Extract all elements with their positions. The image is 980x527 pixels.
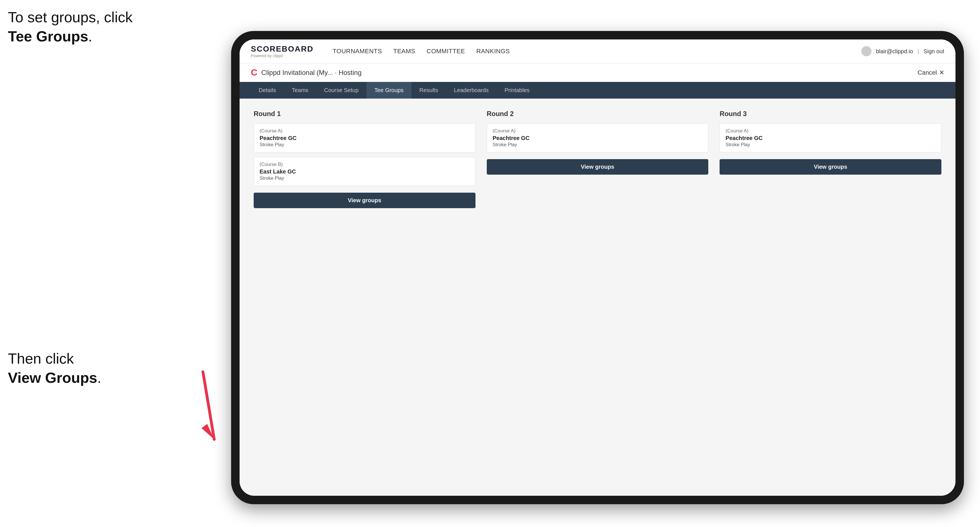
round-1-course-a-name: Peachtree GC: [259, 135, 469, 141]
round-2-course-a-name: Peachtree GC: [493, 135, 703, 141]
round-1-course-b-label: (Course B): [259, 162, 469, 167]
top-nav: SCOREBOARD Powered by clippit TOURNAMENT…: [240, 40, 956, 63]
tab-course-setup[interactable]: Course Setup: [316, 82, 366, 98]
round-2-column: Round 2 (Course A) Peachtree GC Stroke P…: [487, 110, 709, 208]
svg-line-2: [203, 372, 214, 440]
sign-out-link[interactable]: Sign out: [924, 48, 944, 55]
round-1-title: Round 1: [254, 110, 476, 118]
logo-area: SCOREBOARD Powered by clippit: [251, 44, 313, 58]
round-1-course-a-label: (Course A): [259, 128, 469, 134]
tournament-name: Clippd Invitational (My... · Hosting: [261, 69, 918, 76]
logo-text: SCOREBOARD: [251, 44, 313, 54]
tab-tee-groups[interactable]: Tee Groups: [366, 82, 411, 98]
round-2-course-a-format: Stroke Play: [493, 142, 703, 148]
tab-results[interactable]: Results: [412, 82, 446, 98]
logo-scoreboard: SCOREBOARD: [251, 44, 313, 53]
round-2-title: Round 2: [487, 110, 709, 118]
nav-tournaments[interactable]: TOURNAMENTS: [332, 48, 382, 55]
round-1-course-b-card: (Course B) East Lake GC Stroke Play: [254, 157, 476, 186]
nav-rankings[interactable]: RANKINGS: [476, 48, 510, 55]
round-2-view-groups-button[interactable]: View groups: [487, 159, 709, 175]
cancel-x-icon[interactable]: ✕: [939, 69, 944, 76]
round-3-course-a-format: Stroke Play: [725, 142, 935, 148]
tab-printables[interactable]: Printables: [496, 82, 538, 98]
tournament-c-logo: C: [251, 67, 257, 78]
round-3-column: Round 3 (Course A) Peachtree GC Stroke P…: [719, 110, 942, 208]
tab-bar: Details Teams Course Setup Tee Groups Re…: [240, 82, 956, 98]
round-2-course-a-card: (Course A) Peachtree GC Stroke Play: [487, 123, 709, 152]
round-3-course-a-name: Peachtree GC: [725, 135, 935, 141]
tab-details[interactable]: Details: [251, 82, 284, 98]
avatar: [861, 46, 872, 56]
round-1-column: Round 1 (Course A) Peachtree GC Stroke P…: [254, 110, 476, 208]
round-3-course-a-label: (Course A): [725, 128, 935, 134]
nav-committee[interactable]: COMMITTEE: [427, 48, 465, 55]
round-3-view-groups-button[interactable]: View groups: [719, 159, 942, 175]
round-1-view-groups-button[interactable]: View groups: [254, 193, 476, 208]
svg-marker-3: [202, 424, 214, 440]
nav-links: TOURNAMENTS TEAMS COMMITTEE RANKINGS: [332, 48, 848, 55]
arrow-view-groups: [118, 355, 220, 456]
nav-right: blair@clippd.io | Sign out: [861, 46, 944, 56]
round-1-course-b-format: Stroke Play: [259, 176, 469, 181]
round-1-course-a-card: (Course A) Peachtree GC Stroke Play: [254, 123, 476, 152]
tournament-header: C Clippd Invitational (My... · Hosting C…: [240, 63, 956, 82]
nav-teams[interactable]: TEAMS: [393, 48, 415, 55]
round-2-course-a-label: (Course A): [493, 128, 703, 134]
round-1-course-a-format: Stroke Play: [259, 142, 469, 148]
tablet-frame: SCOREBOARD Powered by clippit TOURNAMENT…: [231, 31, 964, 504]
cancel-button[interactable]: Cancel: [918, 69, 937, 76]
rounds-container: Round 1 (Course A) Peachtree GC Stroke P…: [254, 110, 942, 208]
instruction-bottom: Then click View Groups.: [8, 349, 101, 387]
round-3-title: Round 3: [719, 110, 942, 118]
logo-sub: Powered by clippit: [251, 54, 313, 58]
tab-leaderboards[interactable]: Leaderboards: [446, 82, 496, 98]
user-email: blair@clippd.io: [876, 48, 913, 55]
round-1-course-b-name: East Lake GC: [259, 168, 469, 175]
tablet-screen: SCOREBOARD Powered by clippit TOURNAMENT…: [240, 40, 956, 496]
tab-teams[interactable]: Teams: [284, 82, 316, 98]
main-content: Round 1 (Course A) Peachtree GC Stroke P…: [240, 98, 956, 496]
round-3-course-a-card: (Course A) Peachtree GC Stroke Play: [719, 123, 942, 152]
instruction-top: To set groups, click Tee Groups.: [8, 8, 132, 46]
